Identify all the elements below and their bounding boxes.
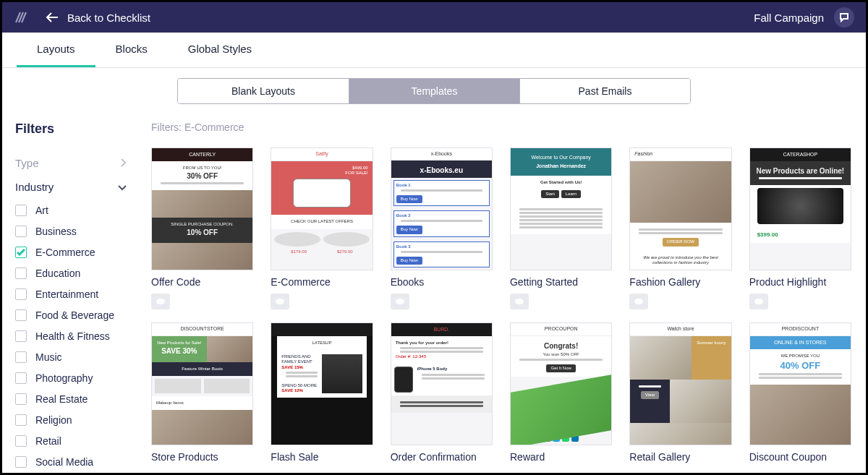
template-card[interactable]: Fashion ORDER NOW We are proud to introd… xyxy=(629,147,731,309)
template-thumbnail: Watch store Summer luxury View xyxy=(629,322,731,445)
template-title: Reward xyxy=(510,451,612,463)
template-thumbnail: BURD. Thank you for your order!Order #: … xyxy=(391,322,493,445)
checkbox-retail[interactable]: Retail xyxy=(15,435,127,447)
svg-point-0 xyxy=(156,299,165,304)
checkbox-religion[interactable]: Religion xyxy=(15,414,127,426)
app-logo-icon xyxy=(14,10,28,25)
topbar: Back to Checklist Fall Campaign xyxy=(2,2,866,33)
template-thumbnail: PRODISCOUNT ONLINE & IN STORES WE PROMIS… xyxy=(749,322,851,445)
template-card[interactable]: x-Ebooks x-Ebooks.eu Book 1Buy Now Book … xyxy=(391,147,493,309)
segment-past-emails[interactable]: Past Emails xyxy=(519,79,690,103)
segment-blank-layouts[interactable]: Blank Layouts xyxy=(178,79,349,103)
template-title: E-Commerce xyxy=(271,276,373,288)
template-title: Offer Code xyxy=(151,276,253,288)
preview-button[interactable] xyxy=(749,294,768,309)
template-card[interactable]: Welcome to Our CompanyJonathan Hernandez… xyxy=(510,147,612,309)
template-title: Getting Started xyxy=(510,276,612,288)
template-card[interactable]: Watch store Summer luxury View Retail Ga… xyxy=(629,322,731,463)
campaign-title: Fall Campaign xyxy=(754,12,824,24)
svg-point-5 xyxy=(754,299,763,304)
filter-group-label: Industry xyxy=(15,181,54,193)
template-thumbnail: Welcome to Our CompanyJonathan Hernandez… xyxy=(510,147,612,270)
template-title: Store Products xyxy=(151,451,253,463)
template-title: Fashion Gallery xyxy=(629,276,731,288)
chevron-down-icon xyxy=(118,181,127,193)
svg-point-4 xyxy=(634,299,643,304)
template-card[interactable]: PROCOUPON Congrats!You won 50% OFFGet It… xyxy=(510,322,612,463)
template-card[interactable]: CATERASHOP New Products are Online! $399… xyxy=(749,147,851,309)
preview-button[interactable] xyxy=(151,294,170,309)
tab-global-styles[interactable]: Global Styles xyxy=(168,33,272,67)
template-title: Order Confirmation xyxy=(391,451,493,463)
chat-button[interactable] xyxy=(834,7,854,27)
template-thumbnail: CANTERLY FROM US TO YOU!30% OFF SINGLE P… xyxy=(151,147,253,270)
preview-button[interactable] xyxy=(629,294,648,309)
checkbox-entertainment[interactable]: Entertainment xyxy=(15,288,127,300)
filters-heading: Filters xyxy=(15,121,127,137)
template-title: Product Highlight xyxy=(749,276,851,288)
template-card[interactable]: LATESUP FRIENDS AND FAMILY EVENTSAVE 15%… xyxy=(271,322,373,463)
checkbox-photography[interactable]: Photography xyxy=(15,372,127,384)
template-title: Retail Gallery xyxy=(629,451,731,463)
template-thumbnail: Satify $499.00FOR SALE! CHECK OUR LATEST… xyxy=(271,147,373,270)
template-title: Flash Sale xyxy=(271,451,373,463)
back-arrow-icon[interactable] xyxy=(46,11,59,24)
preview-button[interactable] xyxy=(271,294,289,309)
template-card[interactable]: DISCOUNTSTORE New Products for Sale!SAVE… xyxy=(151,322,253,463)
checkbox-real-estate[interactable]: Real Estate xyxy=(15,393,127,405)
template-card[interactable]: Satify $499.00FOR SALE! CHECK OUR LATEST… xyxy=(271,147,373,309)
checkbox-business[interactable]: Business xyxy=(15,226,127,237)
template-card[interactable]: CANTERLY FROM US TO YOU!30% OFF SINGLE P… xyxy=(151,147,253,309)
segment-templates[interactable]: Templates xyxy=(349,79,519,103)
template-thumbnail: CATERASHOP New Products are Online! $399… xyxy=(749,147,851,270)
filter-group-type[interactable]: Type xyxy=(15,157,127,169)
back-link[interactable]: Back to Checklist xyxy=(67,12,150,24)
primary-tabs: Layouts Blocks Global Styles xyxy=(2,33,866,68)
tab-blocks[interactable]: Blocks xyxy=(95,33,168,67)
svg-point-2 xyxy=(396,299,404,304)
templates-main: Filters: E-Commerce CANTERLY FROM US TO … xyxy=(140,111,866,473)
preview-button[interactable] xyxy=(510,294,529,309)
template-thumbnail: x-Ebooks x-Ebooks.eu Book 1Buy Now Book … xyxy=(391,147,493,270)
svg-point-3 xyxy=(515,299,524,304)
svg-point-1 xyxy=(276,299,284,304)
template-title: Discount Coupon xyxy=(749,451,851,463)
template-title: Ebooks xyxy=(391,276,493,288)
tab-layouts[interactable]: Layouts xyxy=(17,33,95,67)
industry-options: Art Business E-Commerce Education Entert… xyxy=(15,205,127,468)
checkbox-health-fitness[interactable]: Health & Fitness xyxy=(15,330,127,342)
chevron-right-icon xyxy=(119,158,127,169)
filter-summary: Filters: E-Commerce xyxy=(151,121,851,133)
template-thumbnail: Fashion ORDER NOW We are proud to introd… xyxy=(629,147,731,270)
checkbox-food-beverage[interactable]: Food & Beverage xyxy=(15,309,127,321)
template-card[interactable]: PRODISCOUNT ONLINE & IN STORES WE PROMIS… xyxy=(749,322,851,463)
filter-group-industry[interactable]: Industry xyxy=(15,181,127,193)
filters-sidebar: Filters Type Industry Art Business E-Com… xyxy=(2,111,140,473)
checkbox-e-commerce[interactable]: E-Commerce xyxy=(15,247,127,258)
checkbox-music[interactable]: Music xyxy=(15,351,127,363)
template-card[interactable]: BURD. Thank you for your order!Order #: … xyxy=(391,322,493,463)
template-thumbnail: DISCOUNTSTORE New Products for Sale!SAVE… xyxy=(151,322,253,445)
segment-row: Blank Layouts Templates Past Emails xyxy=(2,68,866,111)
checkbox-education[interactable]: Education xyxy=(15,268,127,279)
template-thumbnail: LATESUP FRIENDS AND FAMILY EVENTSAVE 15%… xyxy=(271,322,373,445)
checkbox-social-media[interactable]: Social Media xyxy=(15,456,127,468)
template-thumbnail: PROCOUPON Congrats!You won 50% OFFGet It… xyxy=(510,322,612,445)
preview-button[interactable] xyxy=(391,294,409,309)
filter-group-label: Type xyxy=(15,157,39,169)
checkbox-art[interactable]: Art xyxy=(15,205,127,216)
template-grid: CANTERLY FROM US TO YOU!30% OFF SINGLE P… xyxy=(151,147,851,463)
